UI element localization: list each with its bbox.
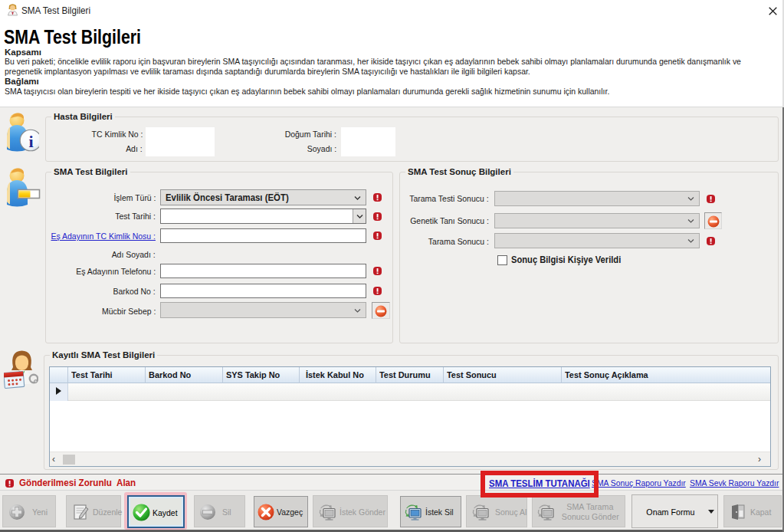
svg-text:i: i (28, 132, 33, 151)
